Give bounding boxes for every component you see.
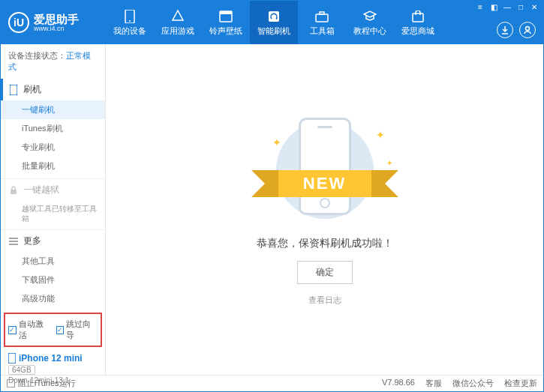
checkbox-icon xyxy=(7,379,15,388)
sidebar-item-batch-flash[interactable]: 批量刷机 xyxy=(1,157,105,175)
sidebar-item-itunes-flash[interactable]: iTunes刷机 xyxy=(1,119,105,138)
phone-illustration xyxy=(299,118,351,215)
lock-icon xyxy=(8,185,19,196)
sidebar-item-pro-flash[interactable]: 专业刷机 xyxy=(1,138,105,157)
maximize-icon[interactable]: □ xyxy=(516,2,525,11)
sidebar-item-download-firmware[interactable]: 下载固件 xyxy=(1,271,105,289)
view-log-link[interactable]: 查看日志 xyxy=(308,295,341,306)
nav-label: 智能刷机 xyxy=(257,25,290,37)
nav-label: 工具箱 xyxy=(310,25,335,37)
download-button[interactable] xyxy=(497,22,513,38)
main-content: ✦ ✦ ✦ NEW 恭喜您，保资料刷机成功啦！ 确定 查看日志 xyxy=(106,44,543,375)
svg-rect-10 xyxy=(11,190,17,194)
sidebar-jailbreak-head[interactable]: 一键越狱 xyxy=(1,179,105,201)
sidebar-more-section: 更多 其他工具 下载固件 高级功能 xyxy=(1,230,105,311)
svg-point-8 xyxy=(526,27,530,31)
status-label: 设备连接状态： xyxy=(8,51,66,60)
flash-options-highlighted: ✓ 自动激活 ✓ 跳过向导 xyxy=(4,313,102,347)
svg-rect-5 xyxy=(316,14,328,22)
ok-button[interactable]: 确定 xyxy=(297,261,353,284)
checkbox-block-itunes[interactable]: 阻止iTunes运行 xyxy=(7,378,76,389)
sidebar-item-oneclick-flash[interactable]: 一键刷机 xyxy=(1,100,105,119)
nav-smart-flash[interactable]: 智能刷机 xyxy=(250,1,298,44)
checkbox-label: 自动激活 xyxy=(19,319,50,341)
section-label: 刷机 xyxy=(23,83,41,96)
nav-label: 爱思商城 xyxy=(401,25,434,37)
sidebar-more-head[interactable]: 更多 xyxy=(1,230,105,252)
list-icon xyxy=(8,236,19,247)
svg-point-1 xyxy=(129,20,131,22)
nav-label: 教程中心 xyxy=(353,25,386,37)
checkbox-auto-activate[interactable]: ✓ 自动激活 xyxy=(8,319,50,341)
svg-rect-6 xyxy=(320,12,324,14)
store-icon xyxy=(410,9,425,24)
logo-area: iU 爱思助手 www.i4.cn xyxy=(1,12,106,33)
minimize-icon[interactable]: — xyxy=(503,2,512,11)
svg-rect-9 xyxy=(10,85,17,95)
flash-icon xyxy=(266,9,281,24)
phone-icon xyxy=(8,353,16,364)
sidebar-item-other-tools[interactable]: 其他工具 xyxy=(1,252,105,271)
phone-icon xyxy=(8,85,19,95)
success-message: 恭喜您，保资料刷机成功啦！ xyxy=(257,237,393,250)
media-icon xyxy=(218,9,233,24)
menu-icon[interactable]: ≡ xyxy=(476,2,485,11)
jailbreak-note: 越狱工具已转移至工具箱 xyxy=(1,201,105,226)
footer-link-update[interactable]: 检查更新 xyxy=(504,378,537,389)
footer-link-wechat[interactable]: 微信公众号 xyxy=(452,378,494,389)
logo-icon: iU xyxy=(8,12,29,33)
new-ribbon: NEW xyxy=(265,170,385,197)
version-label: V7.98.66 xyxy=(382,378,415,389)
nav-label: 我的设备 xyxy=(113,25,146,37)
checkbox-skip-guide[interactable]: ✓ 跳过向导 xyxy=(56,319,98,341)
nav-my-device[interactable]: 我的设备 xyxy=(106,1,154,44)
sidebar-flash-section: 刷机 一键刷机 iTunes刷机 专业刷机 批量刷机 xyxy=(1,79,105,179)
svg-rect-11 xyxy=(8,353,16,364)
close-icon[interactable]: ✕ xyxy=(530,2,539,11)
checkbox-label: 跳过向导 xyxy=(66,319,98,341)
app-body: 设备连接状态：正常模式 刷机 一键刷机 iTunes刷机 专业刷机 批量刷机 一… xyxy=(1,44,543,375)
toolbox-icon xyxy=(314,9,329,24)
account-button[interactable] xyxy=(519,22,536,38)
footer-link-support[interactable]: 客服 xyxy=(425,378,442,389)
app-name: 爱思助手 xyxy=(34,13,79,25)
checkbox-icon: ✓ xyxy=(56,326,65,334)
checkbox-icon: ✓ xyxy=(8,326,17,334)
svg-rect-7 xyxy=(413,13,423,22)
device-name: iPhone 12 mini xyxy=(19,353,83,364)
apps-icon xyxy=(170,9,185,24)
checkbox-label: 阻止iTunes运行 xyxy=(18,378,76,389)
connection-status: 设备连接状态：正常模式 xyxy=(1,44,105,79)
nav-toolbox[interactable]: 工具箱 xyxy=(298,1,346,44)
header-action-circles xyxy=(497,22,536,38)
sidebar-item-advanced[interactable]: 高级功能 xyxy=(1,289,105,308)
device-name-row: iPhone 12 mini xyxy=(8,353,98,364)
sidebar-jailbreak-section: 一键越狱 越狱工具已转移至工具箱 xyxy=(1,179,105,230)
section-label: 更多 xyxy=(23,235,41,247)
section-label: 一键越狱 xyxy=(23,184,59,196)
nav-apps-games[interactable]: 应用游戏 xyxy=(154,1,202,44)
phone-icon xyxy=(122,9,137,24)
success-illustration: ✦ ✦ ✦ NEW xyxy=(250,114,400,226)
device-storage: 64GB xyxy=(8,365,35,375)
nav-label: 铃声壁纸 xyxy=(209,25,242,37)
skin-icon[interactable]: ◧ xyxy=(489,2,498,11)
sidebar: 设备连接状态：正常模式 刷机 一键刷机 iTunes刷机 专业刷机 批量刷机 一… xyxy=(1,44,106,375)
footer-right: V7.98.66 客服 微信公众号 检查更新 xyxy=(382,378,537,389)
tutorial-icon xyxy=(362,9,377,24)
svg-rect-3 xyxy=(220,11,232,14)
nav-label: 应用游戏 xyxy=(161,25,194,37)
nav-ringtone-wallpaper[interactable]: 铃声壁纸 xyxy=(202,1,250,44)
app-header: iU 爱思助手 www.i4.cn 我的设备 应用游戏 铃声壁纸 智能刷机 工具… xyxy=(1,1,543,44)
sidebar-flash-head[interactable]: 刷机 xyxy=(1,79,105,100)
window-controls: ≡ ◧ — □ ✕ xyxy=(476,2,539,11)
svg-rect-4 xyxy=(269,11,279,22)
app-url: www.i4.cn xyxy=(34,25,79,32)
nav-store[interactable]: 爱思商城 xyxy=(394,1,442,44)
nav-tutorial[interactable]: 教程中心 xyxy=(346,1,394,44)
